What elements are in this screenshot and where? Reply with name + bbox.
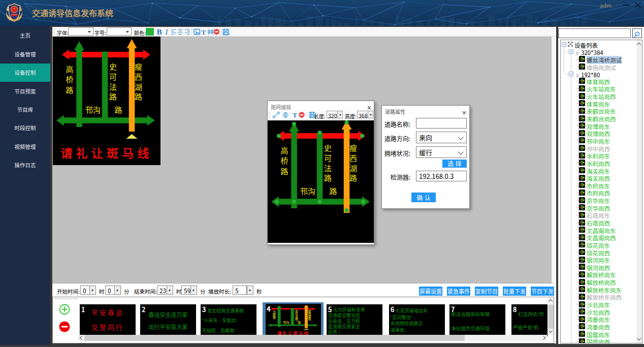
svg-text:路: 路 xyxy=(273,315,276,320)
svg-text:法: 法 xyxy=(324,163,332,173)
svg-text:湖: 湖 xyxy=(349,163,357,173)
svg-text:路: 路 xyxy=(114,104,122,115)
svg-text:可: 可 xyxy=(324,152,332,163)
svg-text:B: B xyxy=(157,27,162,36)
svg-text:路: 路 xyxy=(298,320,301,325)
svg-text:邗沟: 邗沟 xyxy=(85,104,101,115)
svg-text:法: 法 xyxy=(109,81,117,92)
svg-text:T: T xyxy=(202,28,206,36)
svg-text:T: T xyxy=(293,111,297,119)
svg-text:邗沟: 邗沟 xyxy=(283,320,289,325)
svg-text:路: 路 xyxy=(308,317,311,321)
svg-text:桥: 桥 xyxy=(280,155,288,166)
svg-text:史: 史 xyxy=(109,61,117,72)
svg-text:路: 路 xyxy=(329,185,337,196)
svg-text:高: 高 xyxy=(66,64,73,74)
svg-text:路: 路 xyxy=(280,166,288,176)
svg-text:瘦: 瘦 xyxy=(135,61,142,72)
svg-text:路: 路 xyxy=(349,172,357,183)
svg-text:请礼让斑马线: 请礼让斑马线 xyxy=(60,144,152,161)
svg-text:西: 西 xyxy=(135,71,142,82)
svg-text:湖: 湖 xyxy=(135,81,142,92)
svg-text:西: 西 xyxy=(349,152,357,163)
svg-text:路: 路 xyxy=(109,91,117,102)
svg-text:高: 高 xyxy=(280,145,288,155)
svg-text:邗沟: 邗沟 xyxy=(300,185,315,196)
svg-text:可: 可 xyxy=(109,71,117,82)
svg-text:路: 路 xyxy=(135,91,142,102)
svg-text:史: 史 xyxy=(324,142,332,153)
svg-text:瘦: 瘦 xyxy=(349,142,357,153)
svg-text:I: I xyxy=(165,28,169,36)
svg-text:路: 路 xyxy=(66,84,73,95)
svg-text:路: 路 xyxy=(324,172,332,183)
svg-text:桥: 桥 xyxy=(66,74,73,84)
